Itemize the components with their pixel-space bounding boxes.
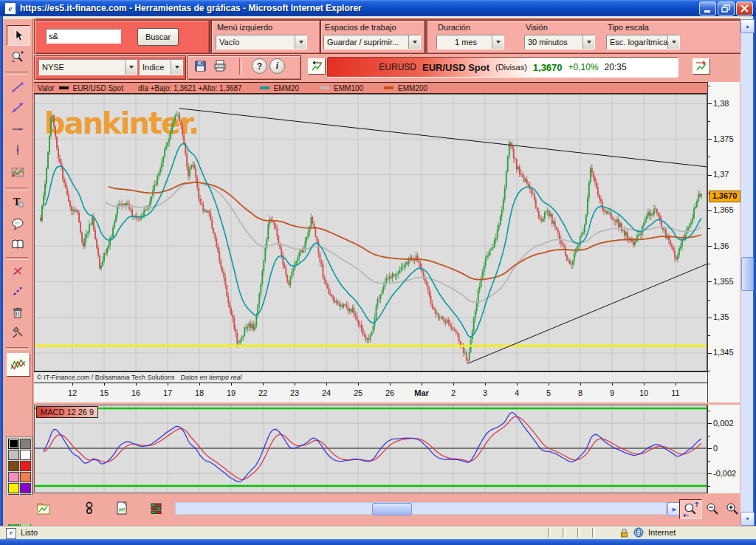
price-chart-svg[interactable]: bankinter. (34, 94, 707, 371)
palette-swatch[interactable] (20, 450, 31, 460)
palette-swatch[interactable] (8, 483, 19, 493)
x-axis-label: 16 (124, 388, 148, 397)
chevron-down-icon[interactable] (125, 60, 137, 75)
status-zone: Internet (648, 528, 676, 537)
palette-swatch[interactable] (20, 439, 31, 449)
palette-swatch[interactable] (8, 450, 19, 460)
chevron-down-icon[interactable] (295, 35, 306, 49)
legend-day-range: día +Bajo: 1,3621 +Alto: 1,3687 (138, 84, 242, 92)
x-axis-label: 18 (188, 388, 211, 397)
legend-emm100-label: EMM100 (334, 84, 363, 92)
tools-icon[interactable] (7, 323, 29, 343)
window-border-left (0, 16, 3, 539)
text-icon[interactable]: T (7, 192, 29, 211)
trash-icon[interactable] (7, 303, 29, 322)
book-icon[interactable] (7, 235, 29, 254)
scroll-up-button[interactable]: ▲ (740, 19, 755, 33)
duracion-label: Duración (438, 23, 470, 32)
horizontal-scrollbar[interactable] (175, 502, 667, 515)
vertical-line-icon[interactable] (7, 140, 29, 160)
horizontal-scroll-thumb[interactable] (372, 503, 412, 515)
chart-legend: Valor EUR/USD Spot día +Bajo: 1,3621 +Al… (34, 82, 707, 94)
search-button[interactable]: Buscar (137, 28, 179, 46)
espacios-select[interactable]: Guardar / suprimir... (323, 35, 421, 49)
tipo-escala-select[interactable]: Esc. logarítmica (606, 35, 680, 49)
vertical-scroll-thumb[interactable] (741, 257, 754, 291)
chevron-down-icon[interactable] (408, 35, 420, 49)
fibonacci-icon[interactable] (7, 161, 29, 183)
print-icon[interactable] (213, 59, 227, 72)
vision-select[interactable]: 30 minutos (524, 35, 595, 49)
channel-icon[interactable] (7, 97, 29, 117)
scroll-down-button[interactable]: ▼ (740, 512, 755, 526)
x-axis-label: 12 (61, 388, 84, 397)
palette-swatch[interactable] (8, 439, 19, 449)
zoom-pan-icon[interactable] (679, 499, 702, 519)
data-table-icon[interactable] (148, 501, 164, 515)
zoom-in-icon[interactable] (723, 501, 741, 516)
help-icon[interactable]: ? (252, 58, 267, 74)
palette-swatch[interactable] (20, 472, 31, 482)
exchange-select[interactable]: NYSE (38, 59, 137, 75)
restore-button[interactable] (718, 1, 735, 16)
quote-category: (Divisas) (495, 63, 527, 72)
zoom-out-icon[interactable] (703, 501, 721, 516)
x-axis: 1215161718192223242526Mar2345891011 (34, 383, 707, 402)
erase-points-icon[interactable] (7, 282, 29, 301)
x-axis-label: 8 (568, 388, 592, 397)
quote-bar: EURUSD EUR/USD Spot (Divisas) 1,3670 +0,… (327, 57, 678, 78)
toolbar-divider (6, 72, 28, 75)
menu-izquierdo-select[interactable]: Vacío (216, 35, 307, 49)
minimize-button[interactable] (699, 1, 716, 16)
workspace-icon[interactable] (35, 501, 52, 515)
vision-label: Visión (526, 23, 548, 32)
toolbar-divider (6, 257, 28, 260)
horizontal-line-icon[interactable] (7, 120, 29, 139)
toolbar-divider (6, 188, 28, 191)
export-icon[interactable] (114, 501, 130, 515)
info-icon[interactable]: i (269, 58, 285, 74)
trendline-icon[interactable] (7, 77, 29, 96)
x-axis-label: 11 (664, 388, 687, 397)
chevron-down-icon[interactable] (583, 35, 594, 49)
palette-swatch[interactable] (20, 483, 31, 493)
macd-label: MACD 12 26 9 (36, 406, 98, 418)
save-icon[interactable] (193, 59, 207, 72)
x-axis-label: 23 (283, 388, 306, 397)
status-divider (563, 528, 566, 538)
quote-change: +0,10% (568, 62, 599, 72)
status-text: Listo (21, 528, 38, 537)
chevron-down-icon[interactable] (667, 35, 679, 49)
comment-icon[interactable] (7, 214, 29, 233)
next-chart-icon[interactable] (693, 58, 710, 75)
chevron-down-icon[interactable] (171, 60, 182, 75)
x-axis-label: 22 (251, 388, 275, 397)
indicator-icon[interactable] (7, 353, 30, 377)
search-input[interactable] (46, 29, 121, 44)
erase-line-icon[interactable] (7, 261, 29, 281)
palette-swatch[interactable] (8, 461, 19, 471)
x-axis-label: 10 (632, 388, 656, 397)
title-bar: e https://es5.it-finance.com - Herramien… (0, 0, 756, 16)
close-button[interactable] (736, 1, 753, 16)
y-axis-label: 1,355 (713, 277, 734, 286)
duracion-select[interactable]: 1 mes (436, 35, 504, 49)
y-axis-label: 1,37 (713, 170, 729, 179)
macd-axis-label: -0,002 (713, 469, 736, 478)
prev-chart-icon[interactable] (308, 58, 326, 75)
chevron-down-icon[interactable] (492, 35, 504, 49)
emm20-swatch (260, 86, 269, 89)
palette-swatch[interactable] (8, 472, 19, 482)
y-axis-label: 1,35 (713, 312, 729, 321)
key-icon[interactable] (81, 501, 97, 515)
emm200-swatch (384, 86, 394, 89)
y-axis-label: 1,36 (713, 241, 729, 250)
macd-chart-svg[interactable] (34, 405, 707, 493)
globe-icon (633, 527, 644, 538)
cursor-icon[interactable] (7, 25, 30, 46)
copyright-text: © IT-Finance.com / Bolsamania Tech Solut… (37, 374, 175, 381)
zoom-icon[interactable] (7, 47, 29, 66)
palette-swatch[interactable] (20, 461, 31, 471)
instrument-select[interactable]: Indice (139, 59, 183, 75)
quote-symbol: EURUSD (379, 62, 416, 72)
